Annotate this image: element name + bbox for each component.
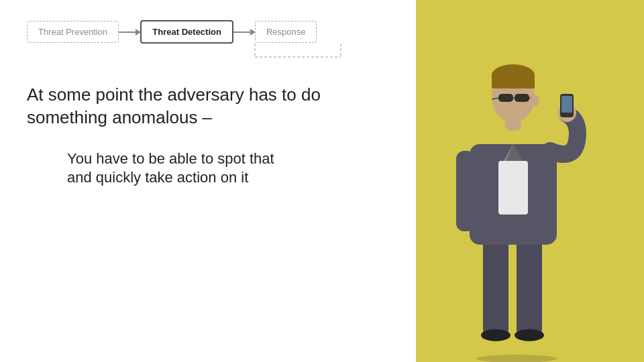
step-response: Response xyxy=(255,21,317,43)
flow-arrow-2 xyxy=(233,32,255,33)
sub-heading: You have to be able to spot that and qui… xyxy=(67,149,389,188)
svg-point-4 xyxy=(476,355,557,362)
svg-rect-13 xyxy=(456,151,475,231)
svg-point-26 xyxy=(530,95,539,107)
flow-diagram: Threat Prevention Threat Detection Respo… xyxy=(27,20,389,44)
svg-rect-5 xyxy=(483,235,508,335)
svg-rect-21 xyxy=(498,94,513,102)
svg-point-7 xyxy=(481,329,511,341)
svg-point-8 xyxy=(515,329,544,341)
step-threat-detection: Threat Detection xyxy=(140,20,233,44)
svg-rect-16 xyxy=(561,96,572,113)
step-threat-prevention: Threat Prevention xyxy=(27,21,119,43)
lessons-bracket-svg: Lessons Learned xyxy=(254,42,347,61)
main-text-area: At some point the adversary has to do so… xyxy=(27,84,389,342)
right-panel xyxy=(416,0,644,362)
main-heading: At some point the adversary has to do so… xyxy=(27,84,389,129)
svg-rect-12 xyxy=(498,161,528,215)
person-figure xyxy=(419,27,621,362)
svg-rect-20 xyxy=(492,75,535,88)
svg-rect-22 xyxy=(515,94,529,102)
left-panel: Threat Prevention Threat Detection Respo… xyxy=(0,0,416,362)
flow-top-row: Threat Prevention Threat Detection Respo… xyxy=(27,20,389,44)
flow-arrow-1 xyxy=(119,32,140,33)
svg-rect-6 xyxy=(517,235,542,335)
